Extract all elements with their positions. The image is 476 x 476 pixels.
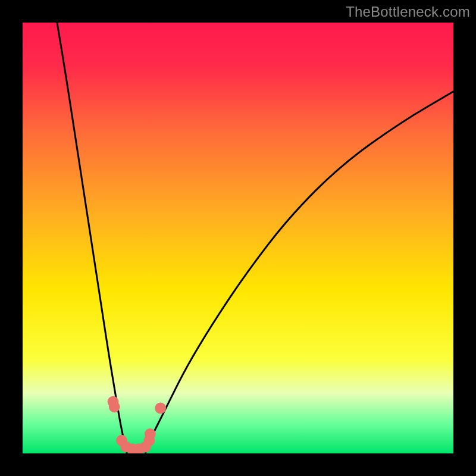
series-right-curve <box>145 92 453 453</box>
marker-8 <box>145 428 156 440</box>
plot-area <box>23 23 453 453</box>
marker-1 <box>109 401 120 412</box>
marker-9 <box>155 403 166 414</box>
chart-svg <box>23 23 453 453</box>
series-left-curve <box>57 23 127 453</box>
attribution-label: TheBottleneck.com <box>346 4 470 20</box>
frame: TheBottleneck.com <box>0 0 476 476</box>
